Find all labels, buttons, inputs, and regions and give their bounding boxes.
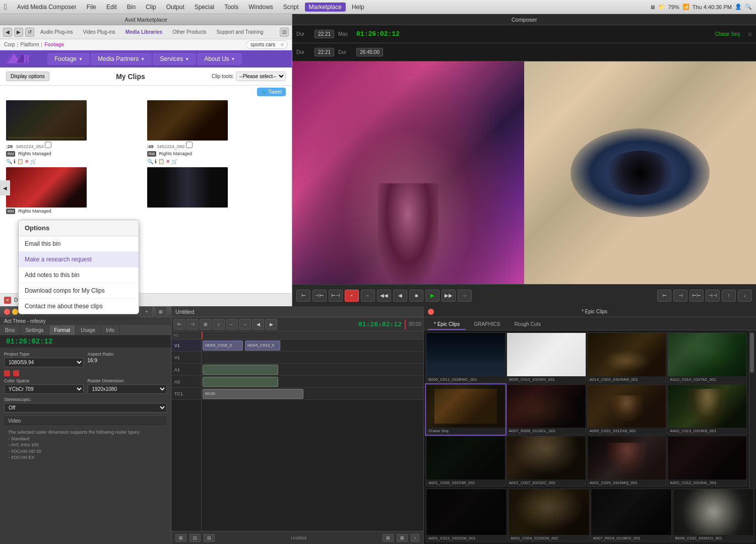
clip-cart-2[interactable]: 🛒 bbox=[171, 159, 177, 164]
transport-rew[interactable]: ◀◀ bbox=[377, 290, 391, 302]
color-space-select[interactable]: YCbCr 709 bbox=[4, 384, 84, 394]
transport-mark-in[interactable]: ⊢ bbox=[657, 290, 671, 302]
search-clear-icon[interactable]: ✕ bbox=[280, 42, 284, 47]
clip-thumb-12[interactable] bbox=[668, 436, 746, 480]
project-new-bin[interactable]: + bbox=[141, 306, 153, 317]
menu-marketplace[interactable]: Marketplace bbox=[305, 3, 346, 12]
video-left-source[interactable] bbox=[292, 61, 524, 284]
clip-delete-1[interactable]: ✕ bbox=[25, 159, 29, 164]
option-add-notes[interactable]: Add notes to this bin bbox=[19, 267, 139, 283]
list-item[interactable] bbox=[147, 167, 286, 215]
menu-windows[interactable]: Windows bbox=[244, 3, 277, 12]
tl-btn-8[interactable]: ▶ bbox=[265, 319, 277, 330]
nav-services[interactable]: Services ▼ bbox=[153, 53, 196, 65]
clip-checkbox-1[interactable] bbox=[45, 142, 51, 148]
clip-thumb-restaurant[interactable] bbox=[588, 333, 666, 376]
clip-cell-13[interactable]: A001_C012_03151M_001 bbox=[426, 489, 507, 542]
tab-format[interactable]: Format bbox=[49, 325, 76, 335]
clip-cell-2[interactable]: B005_C012_032953_001 bbox=[507, 332, 586, 383]
tab-settings[interactable]: Settings bbox=[20, 325, 49, 335]
menu-edit[interactable]: Edit bbox=[102, 3, 121, 12]
clip-hd04-c013[interactable]: HD04_C013_0 bbox=[245, 341, 280, 351]
clip-cell-10[interactable]: A001_C027_03152C_001 bbox=[507, 436, 586, 487]
option-email-bin[interactable]: Email this bin bbox=[19, 236, 139, 252]
clip-cell-4[interactable]: A012_C014_03278Z_001 bbox=[667, 332, 747, 383]
tl-btn-5[interactable]: ← bbox=[226, 319, 238, 330]
clip-thumb-7[interactable] bbox=[588, 385, 666, 428]
project-type-select[interactable]: 1080/59.94 bbox=[4, 358, 84, 367]
clip-thumb-green[interactable] bbox=[668, 333, 746, 376]
tl-btn-6[interactable]: → bbox=[239, 319, 251, 330]
menu-script[interactable]: Script bbox=[279, 3, 303, 12]
footer-btn-4[interactable]: ⊞ bbox=[383, 534, 394, 542]
clip-cell-3[interactable]: A014_C003_0324MW_001 bbox=[587, 332, 667, 383]
transport-trim-a[interactable]: ⊣⊢ bbox=[312, 290, 327, 302]
clip-info-1[interactable]: ℹ bbox=[14, 159, 16, 164]
clip-cell-14[interactable]: A001_C004_0210GN_001 bbox=[508, 489, 589, 542]
tab-support[interactable]: Support and Training bbox=[212, 28, 267, 36]
breadcrumb-platform[interactable]: Platform bbox=[20, 42, 39, 47]
transport-trim-out[interactable]: ⊣⊣ bbox=[706, 290, 720, 302]
tab-graphics[interactable]: GRAPHICS bbox=[468, 319, 506, 330]
clip-thumb-9[interactable] bbox=[426, 436, 505, 480]
tl-btn-3[interactable]: ⊞ bbox=[200, 319, 212, 330]
refresh-button[interactable]: ↺ bbox=[25, 28, 34, 37]
tab-usage[interactable]: Usage bbox=[76, 325, 101, 335]
clip-thumb-white[interactable] bbox=[507, 333, 586, 376]
clip-thumb-15[interactable] bbox=[591, 489, 671, 535]
clip-cell-8[interactable]: A002_C013_0319K8_001 bbox=[667, 384, 747, 435]
tab-bins[interactable]: Bins bbox=[0, 325, 20, 335]
clip-zoom-2[interactable]: 🔍 bbox=[147, 159, 153, 164]
clip-audio-1[interactable] bbox=[203, 365, 278, 375]
transport-step-fwd[interactable]: → bbox=[458, 290, 472, 302]
footer-btn-1[interactable]: ⊞ bbox=[175, 534, 186, 542]
clip-thumbnail-1[interactable] bbox=[6, 100, 87, 141]
back-button[interactable]: ◀ bbox=[3, 28, 12, 37]
breadcrumb-corp[interactable]: Corp bbox=[4, 42, 15, 47]
transport-ff[interactable]: ▶▶ bbox=[442, 290, 456, 302]
tl-btn-4[interactable]: ↕ bbox=[213, 319, 225, 330]
clip-cell-15[interactable]: A007_R019_0119KG_001 bbox=[591, 489, 672, 542]
menu-file[interactable]: File bbox=[83, 3, 100, 12]
composer-options-icon[interactable]: ⊞ bbox=[748, 32, 752, 37]
video-right-record[interactable] bbox=[524, 61, 756, 284]
download-close[interactable]: ✕ bbox=[4, 297, 11, 304]
clip-cell-7[interactable]: A005_C022_031ZX8_001 bbox=[587, 384, 667, 435]
clip-cell-12[interactable]: A001_C012_0315HL_001 bbox=[667, 436, 747, 487]
display-options-button[interactable]: Display options bbox=[6, 72, 49, 81]
clip-cell-6[interactable]: A007_R008_0119CL_001 bbox=[507, 384, 586, 435]
breadcrumb-footage[interactable]: Footage bbox=[44, 42, 64, 47]
transport-record[interactable]: • bbox=[345, 290, 359, 302]
apple-menu[interactable]:  bbox=[4, 3, 7, 12]
tl-btn-2[interactable]: ⊣ bbox=[186, 319, 199, 330]
transport-in-mark[interactable]: ⊢ bbox=[296, 290, 310, 302]
menu-output[interactable]: Output bbox=[162, 3, 188, 12]
tab-video-plugins[interactable]: Video Plug-ins bbox=[79, 28, 119, 36]
clip-checkbox-2[interactable] bbox=[186, 142, 193, 148]
option-contact-clips[interactable]: Contact me about these clips bbox=[19, 299, 139, 314]
nav-about-us[interactable]: About Us ▼ bbox=[197, 53, 242, 65]
clip-cell-9[interactable]: A001_C036_03153R_001 bbox=[426, 436, 506, 487]
clip-thumb-10[interactable] bbox=[507, 436, 586, 480]
close-window-button[interactable] bbox=[4, 309, 10, 315]
forward-button[interactable]: ▶ bbox=[14, 28, 23, 37]
clip-copy-1[interactable]: 📋 bbox=[17, 159, 23, 164]
window-options-button[interactable]: ⊡ bbox=[280, 28, 289, 37]
clip-hd04-c016[interactable]: HD04_C016_0 bbox=[203, 341, 243, 351]
menu-special[interactable]: Special bbox=[191, 3, 218, 12]
tab-other-products[interactable]: Other Products bbox=[168, 28, 210, 36]
scroll-left-arrow[interactable]: ◀ bbox=[0, 180, 10, 195]
transport-play-back[interactable]: ◀ bbox=[393, 290, 407, 302]
search-icon[interactable]: 🔍 bbox=[745, 4, 752, 10]
clip-thumb-14[interactable] bbox=[509, 489, 589, 535]
project-add-button[interactable]: ⊞ bbox=[155, 306, 167, 317]
minimize-window-button[interactable] bbox=[12, 309, 18, 315]
clip-cell-1[interactable]: B006_C011_032BWC_001 bbox=[426, 332, 506, 383]
tab-rough-cuts[interactable]: Rough Cuts bbox=[508, 319, 547, 330]
clip-thumbnail-2[interactable] bbox=[147, 100, 228, 141]
footer-btn-6[interactable]: › bbox=[411, 534, 419, 542]
clip-thumb-chase[interactable] bbox=[426, 385, 505, 428]
clip-copy-2[interactable]: 📋 bbox=[158, 159, 164, 164]
playhead[interactable] bbox=[202, 331, 203, 339]
raster-dim-select[interactable]: 1920x1080 bbox=[88, 384, 167, 394]
